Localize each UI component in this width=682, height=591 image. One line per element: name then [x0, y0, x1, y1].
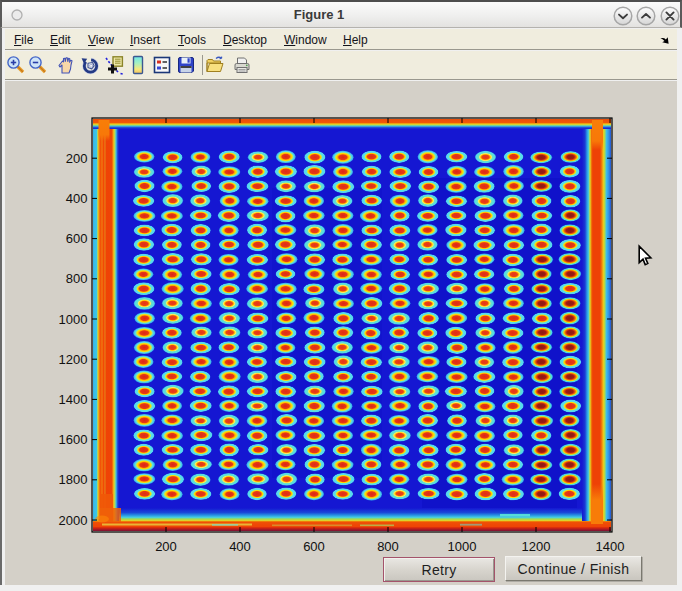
- svg-text:1400: 1400: [59, 392, 88, 407]
- svg-text:600: 600: [66, 231, 88, 246]
- svg-text:1200: 1200: [59, 352, 88, 367]
- svg-text:1400: 1400: [596, 539, 625, 554]
- svg-text:1600: 1600: [59, 432, 88, 447]
- svg-text:400: 400: [229, 539, 251, 554]
- svg-text:1800: 1800: [59, 472, 88, 487]
- svg-text:800: 800: [66, 271, 88, 286]
- svg-text:1200: 1200: [522, 539, 551, 554]
- svg-text:200: 200: [66, 151, 88, 166]
- svg-text:1000: 1000: [448, 539, 477, 554]
- svg-text:800: 800: [377, 539, 399, 554]
- svg-text:200: 200: [155, 539, 177, 554]
- svg-text:2000: 2000: [59, 513, 88, 528]
- svg-text:600: 600: [303, 539, 325, 554]
- svg-text:1000: 1000: [59, 312, 88, 327]
- svg-text:400: 400: [66, 191, 88, 206]
